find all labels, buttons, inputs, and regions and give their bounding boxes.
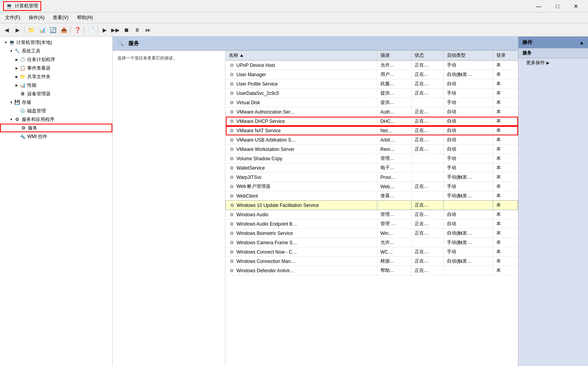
table-row[interactable]: ⚙ VMware DHCP Service DHC… 正在… 自动 本 <box>226 117 518 126</box>
table-row[interactable]: ⚙ VMware Authorization Ser… Auth… 正在… 自动… <box>226 107 518 117</box>
table-row[interactable]: ⚙ WalletService 电子… 手动 本 <box>226 163 518 173</box>
service-name-cell[interactable]: ⚙ Virtual Disk <box>226 98 377 107</box>
table-row[interactable]: ⚙ WarpJITSvc Provi… 手动(触发… 本 <box>226 173 518 182</box>
expand-services[interactable] <box>15 125 20 131</box>
sidebar-item-event-viewer[interactable]: ▶ 📋 事件查看器 <box>0 64 112 72</box>
expand-services-apps[interactable]: ▼ <box>9 117 14 122</box>
service-name-cell[interactable]: ⚙ VMware NAT Service <box>226 126 377 135</box>
expand-wmi[interactable] <box>14 134 19 139</box>
help-button[interactable]: ❓ <box>72 25 82 35</box>
table-row[interactable]: ⚙ UPnP Device Host 允许… 正在… 手动 本 <box>226 61 518 70</box>
sidebar-item-device-manager[interactable]: 🖥 设备管理器 <box>0 89 112 98</box>
more-actions-item[interactable]: 更多操作 ▶ <box>518 58 588 67</box>
service-name-cell[interactable]: ⚙ UPnP Device Host <box>226 61 377 70</box>
menu-action[interactable]: 操作(A) <box>25 13 48 22</box>
table-row[interactable]: ⚙ WebClient 使基… 手动(触发… 本 <box>226 191 518 201</box>
service-name-cell[interactable]: ⚙ Windows Camera Frame S… <box>226 238 377 247</box>
service-name-cell[interactable]: ⚙ WebClient <box>226 191 377 201</box>
expand-storage[interactable]: ▼ <box>9 100 14 105</box>
service-name-cell[interactable]: ⚙ VMware Workstation Server <box>226 145 377 154</box>
table-row[interactable]: ⚙ Windows Connect Now - C… WC… 正在… 手动 本 <box>226 247 518 257</box>
table-row[interactable]: ⚙ Windows Biometric Service Win… 正在… 自动(… <box>226 229 518 238</box>
expand-performance[interactable]: ▶ <box>14 82 19 88</box>
service-name-cell[interactable]: ⚙ WalletService <box>226 163 377 173</box>
sidebar-item-root[interactable]: ▼ 💻 计算机管理(本地) <box>0 38 112 47</box>
service-name-cell[interactable]: ⚙ VMware Authorization Ser… <box>226 107 377 117</box>
table-row[interactable]: ⚙ Windows Audio 管理… 正在… 自动 本 <box>226 210 518 219</box>
sidebar-item-storage[interactable]: ▼ 💾 存储 <box>0 98 112 107</box>
forward-button[interactable]: ▶ <box>12 25 23 35</box>
table-row[interactable]: ⚙ VMware NAT Service Net… 正在… 自动 本 <box>226 126 518 135</box>
table-row[interactable]: ⚙ User Profile Service 此服… 正在… 自动 本 <box>226 79 518 89</box>
service-name-cell[interactable]: ⚙ Windows Connect Now - C… <box>226 247 377 257</box>
sidebar-item-shared-folders[interactable]: ▶ 📁 共享文件夹 <box>0 72 112 81</box>
col-header-name[interactable]: 名称 ▲ <box>226 51 377 61</box>
table-row[interactable]: ⚙ Windows 10 Update Facilitation Service… <box>226 201 518 210</box>
service-name-cell[interactable]: ⚙ Windows 10 Update Facilitation Service <box>226 201 377 210</box>
service-status: 正在… <box>412 89 444 98</box>
service-name-cell[interactable]: ⚙ Windows Biometric Service <box>226 229 377 238</box>
export-button[interactable]: 📤 <box>59 25 69 35</box>
expand-device-manager[interactable] <box>14 91 19 96</box>
table-row[interactable]: ⚙ Windows Audio Endpoint B… 管理 … 正在… 自动 … <box>226 219 518 229</box>
service-name-cell[interactable]: ⚙ Windows Audio Endpoint B… <box>226 219 377 229</box>
properties-button[interactable]: 📄 <box>86 25 96 35</box>
resume-button[interactable]: ⏭ <box>143 25 153 35</box>
expand-root[interactable]: ▼ <box>3 40 9 45</box>
show-button[interactable]: 📊 <box>37 25 47 35</box>
service-name-cell[interactable]: ⚙ User Manager <box>226 70 377 79</box>
service-name-cell[interactable]: ⚙ WarpJITSvc <box>226 173 377 182</box>
col-header-startup[interactable]: 启动类型 <box>444 51 493 61</box>
refresh-button[interactable]: 🔄 <box>48 25 58 35</box>
expand-task-scheduler[interactable]: ▶ <box>14 57 19 62</box>
table-row[interactable]: ⚙ VMware USB Arbitration S… Arbit… 正在… 自… <box>226 135 518 145</box>
service-name-cell[interactable]: ⚙ Web 帐户管理器 <box>226 182 377 191</box>
expand-system-tools[interactable]: ▼ <box>9 48 14 54</box>
expand-shared-folders[interactable]: ▶ <box>14 74 19 79</box>
service-name-cell[interactable]: ⚙ Windows Connection Man… <box>226 257 377 266</box>
service-name-cell[interactable]: ⚙ VMware USB Arbitration S… <box>226 135 377 145</box>
minimize-button[interactable]: — <box>530 0 548 12</box>
table-row[interactable]: ⚙ VMware Workstation Server Rem… 正在… 自动 … <box>226 145 518 154</box>
sidebar-item-services[interactable]: ⚙ 服务 <box>0 124 112 132</box>
sidebar-item-task-scheduler[interactable]: ▶ 🕐 任务计划程序 <box>0 55 112 64</box>
table-row[interactable]: ⚙ Volume Shadow Copy 管理… 手动 本 <box>226 154 518 163</box>
sidebar-item-disk-management[interactable]: 💿 磁盘管理 <box>0 107 112 115</box>
col-header-login[interactable]: 登录 <box>493 51 518 61</box>
maximize-button[interactable]: □ <box>548 0 566 12</box>
table-row[interactable]: ⚙ Windows Camera Frame S… 允许… 手动(触发… 本 <box>226 238 518 247</box>
restart-button[interactable]: ▶▶ <box>110 25 120 35</box>
table-row[interactable]: ⚙ Windows Defender Antivir… 帮助… 正在… 本 <box>226 266 518 275</box>
start-button[interactable]: ▶ <box>99 25 110 35</box>
stop-button[interactable]: ⏹ <box>121 25 131 35</box>
service-name-cell[interactable]: ⚙ Windows Audio <box>226 210 377 219</box>
service-name-cell[interactable]: ⚙ Windows Defender Antivir… <box>226 266 377 275</box>
services-table-wrapper[interactable]: 名称 ▲ 描述 状态 启动类型 登录 ⚙ UPnP Device Host 允许… <box>225 51 518 366</box>
pause-button[interactable]: ⏸ <box>132 25 142 35</box>
sidebar-item-wmi[interactable]: 🔩 WMI 控件 <box>0 132 112 141</box>
col-header-status[interactable]: 状态 <box>412 51 444 61</box>
table-row[interactable]: ⚙ Windows Connection Man… 根据… 正在… 自动(触发…… <box>226 257 518 266</box>
table-row[interactable]: ⚙ Virtual Disk 提供… 手动 本 <box>226 98 518 107</box>
expand-disk-management[interactable] <box>14 108 19 114</box>
table-row[interactable]: ⚙ User Manager 用户… 正在… 自动(触发… 本 <box>226 70 518 79</box>
col-header-desc[interactable]: 描述 <box>377 51 411 61</box>
sidebar-item-performance[interactable]: ▶ 📊 性能 <box>0 81 112 89</box>
service-name-cell[interactable]: ⚙ VMware DHCP Service <box>226 117 377 126</box>
up-button[interactable]: 📁 <box>26 25 36 35</box>
menu-file[interactable]: 文件(F) <box>2 13 24 22</box>
close-button[interactable]: ✕ <box>567 0 585 12</box>
service-name-cell[interactable]: ⚙ User Profile Service <box>226 79 377 89</box>
collapse-icon[interactable]: ▲ <box>579 40 584 46</box>
menu-view[interactable]: 查看(V) <box>49 13 72 22</box>
sidebar-item-system-tools[interactable]: ▼ 🔧 系统工具 <box>0 47 112 55</box>
service-name-cell[interactable]: ⚙ UserDataSvc_2c9c5 <box>226 89 377 98</box>
expand-event-viewer[interactable]: ▶ <box>14 65 19 71</box>
table-row[interactable]: ⚙ UserDataSvc_2c9c5 提供… 正在… 手动 本 <box>226 89 518 98</box>
table-row[interactable]: ⚙ Web 帐户管理器 Web… 正在… 手动 本 <box>226 182 518 191</box>
service-startup <box>444 201 493 210</box>
sidebar-item-services-and-apps[interactable]: ▼ ⚙ 服务和应用程序 <box>0 115 112 124</box>
back-button[interactable]: ◀ <box>2 25 12 35</box>
menu-help[interactable]: 帮助(H) <box>73 13 96 22</box>
service-name-cell[interactable]: ⚙ Volume Shadow Copy <box>226 154 377 163</box>
